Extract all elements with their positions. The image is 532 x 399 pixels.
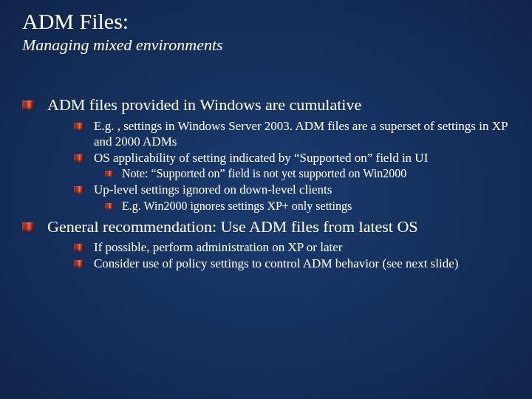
list-item-text: ADM files provided in Windows are cumula… xyxy=(47,95,510,115)
bullet-icon xyxy=(74,186,83,194)
bullet-icon xyxy=(74,244,83,251)
bullet-icon xyxy=(74,260,83,267)
list-item-text: E.g. , settings in Windows Server 2003. … xyxy=(94,118,510,150)
list-item-text: E.g. Win2000 ignores settings XP+ only s… xyxy=(122,199,510,214)
bullet-icon xyxy=(105,171,113,177)
list-item: If possible, perform administration on X… xyxy=(74,239,510,255)
bullet-icon xyxy=(22,100,34,109)
slide: ADM Files: Managing mixed environments A… xyxy=(0,0,532,399)
slide-body: ADM files provided in Windows are cumula… xyxy=(22,95,510,272)
list-item-text: General recommendation: Use ADM files fr… xyxy=(47,216,510,237)
bullet-icon xyxy=(105,203,113,209)
list-item: OS applicability of setting indicated by… xyxy=(74,150,510,166)
list-item: E.g. , settings in Windows Server 2003. … xyxy=(74,118,510,150)
slide-title: ADM Files: xyxy=(22,9,510,34)
list-item: General recommendation: Use ADM files fr… xyxy=(22,216,510,237)
list-item-text: Note: “Supported on” field is not yet su… xyxy=(122,166,510,181)
list-item-text: OS applicability of setting indicated by… xyxy=(94,150,510,166)
bullet-icon xyxy=(74,123,83,130)
slide-subtitle: Managing mixed environments xyxy=(22,35,510,55)
list-item: Note: “Supported on” field is not yet su… xyxy=(105,166,510,181)
list-item: E.g. Win2000 ignores settings XP+ only s… xyxy=(105,199,510,214)
list-item: Up-level settings ignored on down-level … xyxy=(74,182,510,197)
bullet-icon xyxy=(74,154,83,162)
list-item: ADM files provided in Windows are cumula… xyxy=(22,95,510,115)
list-item: Consider use of policy settings to contr… xyxy=(74,256,510,271)
bullet-icon xyxy=(22,222,34,231)
list-item-text: If possible, perform administration on X… xyxy=(94,239,510,255)
list-item-text: Up-level settings ignored on down-level … xyxy=(94,182,510,197)
list-item-text: Consider use of policy settings to contr… xyxy=(94,256,510,271)
